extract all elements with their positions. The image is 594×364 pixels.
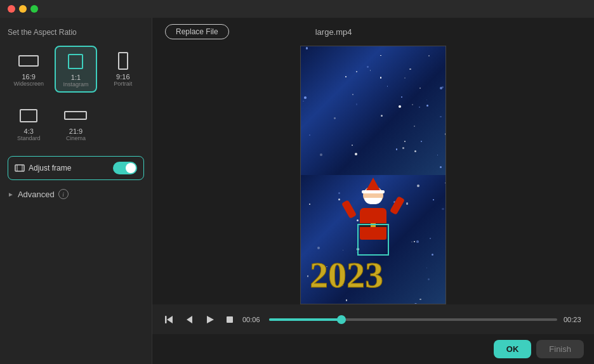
video-area: 2023 xyxy=(152,46,594,304)
aspect-sublabel-219: Cinema xyxy=(66,135,86,141)
titlebar xyxy=(0,0,594,18)
bottom-bar: OK Finish xyxy=(152,334,594,364)
svg-rect-0 xyxy=(15,165,24,171)
advanced-label: Advanced xyxy=(18,190,55,199)
aspect-sublabel-11: Instagram xyxy=(63,81,88,88)
stop-button[interactable] xyxy=(223,313,236,326)
minimize-button[interactable] xyxy=(19,5,27,13)
santa-hat-brim xyxy=(362,190,385,193)
aspect-sublabel-916: Portrait xyxy=(114,81,132,87)
skip-back-button[interactable] xyxy=(162,313,176,327)
progress-thumb[interactable] xyxy=(337,315,346,324)
year-display: 2023 xyxy=(301,246,446,304)
main-layout: Set the Aspect Ratio 16:9 Widescreen 1:1… xyxy=(0,18,594,364)
adjust-frame-label: Adjust frame xyxy=(29,164,71,172)
chevron-right-icon: ► xyxy=(8,191,14,198)
svg-marker-7 xyxy=(207,316,214,323)
aspect-sublabel-169: Widescreen xyxy=(13,81,44,87)
maximize-button[interactable] xyxy=(30,5,38,13)
aspect-label-916: 9:16 xyxy=(116,73,129,81)
aspect-ratio-219[interactable]: 21:9 Cinema xyxy=(55,100,96,146)
advanced-row[interactable]: ► Advanced i xyxy=(8,189,144,199)
aspect-icon-219 xyxy=(64,111,87,120)
svg-marker-6 xyxy=(187,316,192,323)
aspect-label-11: 1:1 xyxy=(71,74,81,81)
svg-text:2023: 2023 xyxy=(310,254,383,296)
aspect-icon-916 xyxy=(118,52,128,70)
aspect-icon-169-wrap xyxy=(18,50,39,72)
sidebar-title: Set the Aspect Ratio xyxy=(8,28,144,37)
santa-beard xyxy=(364,198,382,204)
aspect-icon-169 xyxy=(18,55,39,67)
video-top-half xyxy=(301,46,446,175)
svg-rect-8 xyxy=(227,316,233,323)
progress-fill xyxy=(269,318,341,321)
info-icon[interactable]: i xyxy=(58,189,69,199)
sidebar: Set the Aspect Ratio 16:9 Widescreen 1:1… xyxy=(0,18,152,364)
aspect-sublabel-43: Standard xyxy=(17,135,41,141)
aspect-ratio-43[interactable]: 4:3 Standard xyxy=(8,100,50,146)
toggle-knob xyxy=(126,163,136,173)
aspect-label-43: 4:3 xyxy=(24,127,34,135)
aspect-icon-11 xyxy=(68,54,83,69)
aspect-ratio-grid-row2: 4:3 Standard 21:9 Cinema xyxy=(8,100,144,146)
stars-layer xyxy=(301,46,446,175)
close-button[interactable] xyxy=(8,5,15,13)
filename-label: large.mp4 xyxy=(315,27,352,37)
svg-rect-4 xyxy=(165,316,167,323)
adjust-frame-icon xyxy=(15,163,25,173)
adjust-frame-toggle[interactable] xyxy=(113,162,137,174)
aspect-ratio-11[interactable]: 1:1 Instagram xyxy=(55,46,96,93)
controls-bar: 00:06 00:23 xyxy=(152,304,594,334)
aspect-icon-11-wrap xyxy=(68,51,83,72)
traffic-lights xyxy=(8,5,38,13)
aspect-icon-43 xyxy=(20,109,37,122)
step-back-button[interactable] xyxy=(183,313,197,327)
aspect-ratio-grid: 16:9 Widescreen 1:1 Instagram 9:16 Portr… xyxy=(8,46,144,93)
santa-hat xyxy=(366,178,381,192)
ok-button[interactable]: OK xyxy=(494,340,532,358)
content-header: Replace File large.mp4 xyxy=(152,18,594,46)
aspect-label-169: 16:9 xyxy=(22,73,35,81)
adjust-frame-row: Adjust frame xyxy=(8,156,144,180)
adjust-frame-left: Adjust frame xyxy=(15,163,71,173)
finish-button[interactable]: Finish xyxy=(536,340,584,358)
aspect-ratio-916[interactable]: 9:16 Portrait xyxy=(102,46,144,93)
content-area: Replace File large.mp4 xyxy=(152,18,594,364)
progress-bar[interactable] xyxy=(269,318,557,321)
aspect-icon-219-wrap xyxy=(64,105,87,126)
aspect-ratio-169[interactable]: 16:9 Widescreen xyxy=(8,46,50,93)
year-svg: 2023 xyxy=(303,252,443,297)
total-time: 00:23 xyxy=(564,316,584,323)
video-bottom-half: 2023 xyxy=(301,175,446,304)
aspect-icon-916-wrap xyxy=(118,50,128,72)
svg-marker-5 xyxy=(167,316,173,323)
current-time: 00:06 xyxy=(242,316,263,323)
aspect-label-219: 21:9 xyxy=(69,127,82,135)
play-button[interactable] xyxy=(203,313,217,327)
video-container: 2023 xyxy=(300,46,446,304)
replace-file-button[interactable]: Replace File xyxy=(165,24,229,39)
aspect-icon-43-wrap xyxy=(20,105,37,126)
